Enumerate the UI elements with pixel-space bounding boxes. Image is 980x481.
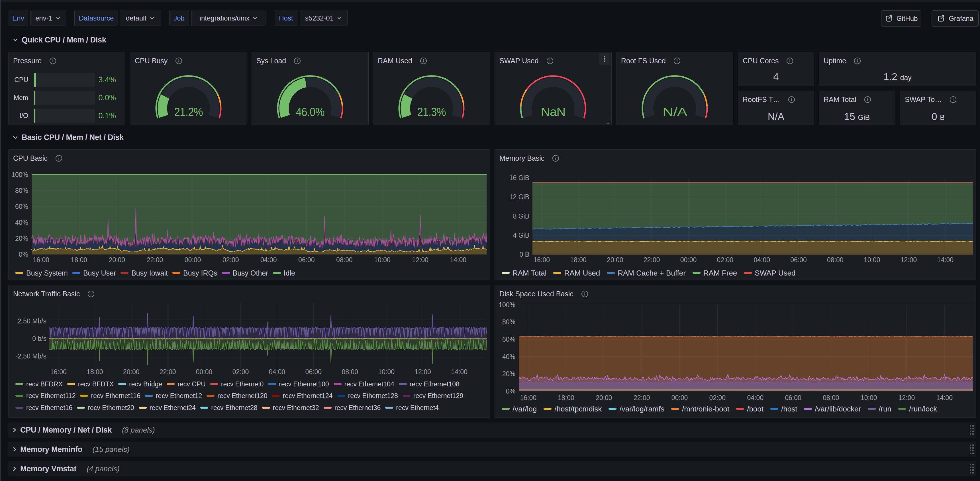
svg-text:16:00: 16:00: [33, 256, 49, 264]
svg-text:00:00: 00:00: [196, 368, 213, 376]
svg-text:10:00: 10:00: [861, 394, 877, 401]
svg-text:21.3%: 21.3%: [417, 105, 446, 119]
svg-text:20%: 20%: [502, 370, 515, 377]
svg-text:40%: 40%: [502, 353, 515, 360]
svg-text:8 GiB: 8 GiB: [513, 213, 529, 220]
svg-text:14:00: 14:00: [937, 256, 954, 264]
svg-text:22:00: 22:00: [159, 368, 176, 376]
svg-text:22:00: 22:00: [644, 256, 660, 264]
svg-text:04:00: 04:00: [269, 368, 285, 376]
svg-text:60%: 60%: [15, 203, 28, 210]
svg-text:20:00: 20:00: [123, 368, 140, 376]
svg-text:02:00: 02:00: [232, 368, 249, 376]
svg-text:04:00: 04:00: [747, 394, 764, 401]
svg-text:10:00: 10:00: [374, 256, 391, 264]
svg-text:06:00: 06:00: [790, 256, 807, 264]
svg-text:20:00: 20:00: [109, 256, 125, 264]
svg-text:04:00: 04:00: [260, 256, 277, 264]
svg-text:04:00: 04:00: [754, 256, 770, 264]
svg-text:06:00: 06:00: [298, 256, 315, 264]
svg-text:N/A: N/A: [663, 105, 688, 119]
svg-text:02:00: 02:00: [710, 394, 726, 401]
svg-text:16 GiB: 16 GiB: [509, 174, 529, 182]
svg-text:100%: 100%: [11, 171, 28, 178]
svg-text:80%: 80%: [502, 318, 515, 326]
svg-text:20:00: 20:00: [607, 256, 623, 264]
svg-text:16:00: 16:00: [520, 394, 536, 401]
svg-text:02:00: 02:00: [223, 256, 239, 264]
svg-text:02:00: 02:00: [717, 256, 733, 264]
svg-text:06:00: 06:00: [305, 368, 322, 376]
svg-text:10:00: 10:00: [378, 368, 395, 376]
svg-text:14:00: 14:00: [936, 394, 953, 401]
svg-text:00:00: 00:00: [185, 256, 201, 264]
svg-text:12:00: 12:00: [412, 256, 428, 264]
svg-text:18:00: 18:00: [558, 394, 574, 401]
svg-text:18:00: 18:00: [570, 256, 587, 264]
svg-text:08:00: 08:00: [342, 368, 358, 376]
svg-text:4 GiB: 4 GiB: [513, 232, 529, 239]
svg-text:0 B: 0 B: [519, 251, 529, 258]
svg-text:20%: 20%: [15, 235, 28, 242]
svg-text:00:00: 00:00: [671, 394, 688, 401]
svg-text:14:00: 14:00: [450, 256, 466, 264]
svg-text:18:00: 18:00: [87, 368, 103, 376]
svg-text:16:00: 16:00: [533, 256, 550, 264]
svg-text:100%: 100%: [498, 301, 515, 309]
svg-text:08:00: 08:00: [823, 394, 839, 401]
svg-text:60%: 60%: [502, 336, 515, 343]
svg-text:06:00: 06:00: [785, 394, 801, 401]
svg-text:18:00: 18:00: [71, 256, 88, 264]
svg-text:12:00: 12:00: [415, 368, 431, 376]
svg-text:-2.50 Mb/s: -2.50 Mb/s: [15, 352, 46, 360]
svg-text:0%: 0%: [19, 251, 28, 258]
svg-text:12:00: 12:00: [900, 256, 917, 264]
svg-text:2.50 Mb/s: 2.50 Mb/s: [18, 317, 46, 325]
svg-text:10:00: 10:00: [864, 256, 880, 264]
svg-text:08:00: 08:00: [827, 256, 843, 264]
svg-text:22:00: 22:00: [147, 256, 163, 264]
svg-text:22:00: 22:00: [633, 394, 650, 401]
svg-text:12:00: 12:00: [899, 394, 915, 401]
svg-text:08:00: 08:00: [336, 256, 353, 264]
svg-text:40%: 40%: [15, 219, 28, 226]
svg-text:0 b/s: 0 b/s: [32, 335, 46, 342]
svg-text:00:00: 00:00: [680, 256, 697, 264]
svg-text:80%: 80%: [15, 187, 28, 194]
svg-text:21.2%: 21.2%: [174, 105, 203, 119]
svg-text:0%: 0%: [506, 387, 515, 395]
svg-text:46.0%: 46.0%: [296, 105, 325, 119]
svg-text:12 GiB: 12 GiB: [509, 193, 529, 201]
svg-text:14:00: 14:00: [451, 368, 468, 376]
svg-text:16:00: 16:00: [50, 368, 67, 376]
svg-text:20:00: 20:00: [596, 394, 612, 401]
svg-text:NaN: NaN: [541, 105, 565, 119]
